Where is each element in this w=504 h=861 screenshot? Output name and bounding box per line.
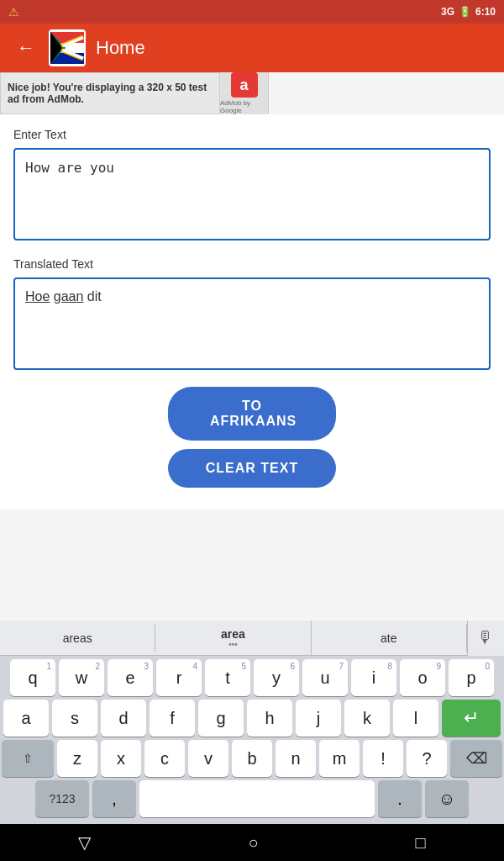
key-z[interactable]: z bbox=[57, 740, 97, 777]
admob-label: AdMob by Google bbox=[220, 99, 268, 114]
key-p[interactable]: 0p bbox=[449, 659, 494, 696]
key-row-2: a s d f g h j k l ↵ bbox=[2, 700, 502, 737]
key-n[interactable]: n bbox=[276, 740, 316, 777]
app-title: Home bbox=[96, 37, 145, 59]
key-d[interactable]: d bbox=[101, 700, 146, 737]
key-k[interactable]: k bbox=[344, 700, 390, 737]
signal-indicator: 3G bbox=[441, 6, 454, 18]
input-section-label: Enter Text bbox=[13, 128, 491, 141]
battery-icon: 🔋 bbox=[459, 6, 471, 18]
translated-section-label: Translated Text bbox=[13, 257, 491, 271]
main-content: Enter Text How are you Translated Text H… bbox=[0, 114, 504, 510]
ad-text: Nice job! You're displaying a 320 x 50 t… bbox=[8, 82, 213, 105]
keyboard-rows: 1q 2w 3e 4r 5t 6y 7u 8i 9o 0p a s d f g … bbox=[0, 656, 504, 824]
app-bar: ← Home bbox=[0, 24, 504, 72]
nav-bar: ▽ ○ □ bbox=[0, 824, 504, 861]
nav-back-button[interactable]: ▽ bbox=[58, 826, 111, 859]
ad-text-area: Nice job! You're displaying a 320 x 50 t… bbox=[1, 78, 219, 108]
key-question[interactable]: ? bbox=[407, 740, 447, 777]
back-button[interactable]: ← bbox=[13, 34, 39, 62]
key-w[interactable]: 2w bbox=[59, 659, 104, 696]
warning-icon: ⚠ bbox=[8, 5, 19, 18]
key-row-1: 1q 2w 3e 4r 5t 6y 7u 8i 9o 0p bbox=[2, 659, 502, 696]
to-afrikaans-button[interactable]: TO AFRIKAANS bbox=[168, 387, 336, 441]
key-s[interactable]: s bbox=[52, 700, 97, 737]
period-key[interactable]: . bbox=[378, 780, 422, 817]
space-key[interactable] bbox=[139, 780, 375, 817]
emoji-key[interactable]: ☺ bbox=[425, 780, 469, 817]
key-exclaim[interactable]: ! bbox=[363, 740, 403, 777]
key-y[interactable]: 6y bbox=[254, 659, 299, 696]
ad-nice-job-label: Nice job! bbox=[8, 82, 50, 93]
app-logo bbox=[49, 29, 86, 66]
suggestion-areas[interactable]: areas bbox=[0, 625, 155, 652]
suggestion-area[interactable]: area ••• bbox=[155, 621, 311, 656]
mic-icon: 🎙 bbox=[477, 628, 494, 647]
clear-text-button[interactable]: CLEAR TEXT bbox=[168, 449, 336, 488]
text-input[interactable]: How are you bbox=[13, 148, 491, 240]
status-bar: ⚠ 3G 🔋 6:10 bbox=[0, 0, 504, 24]
key-row-bottom: ?123 , . ☺ bbox=[2, 780, 502, 817]
comma-key[interactable]: , bbox=[92, 780, 136, 817]
key-c[interactable]: c bbox=[144, 740, 185, 777]
shift-key[interactable]: ⇧ bbox=[2, 740, 54, 777]
key-row-3: ⇧ z x c v b n m ! ? ⌫ bbox=[2, 740, 502, 777]
keyboard: areas area ••• ate 🎙 1q 2w 3e 4r 5t 6y 7… bbox=[0, 621, 504, 824]
suggestion-ate[interactable]: ate bbox=[312, 625, 467, 652]
key-h[interactable]: h bbox=[247, 700, 292, 737]
num-sym-key[interactable]: ?123 bbox=[35, 780, 89, 817]
flag-icon bbox=[50, 32, 84, 64]
status-warning: ⚠ bbox=[8, 5, 19, 18]
key-r[interactable]: 4r bbox=[156, 659, 202, 696]
key-t[interactable]: 5t bbox=[205, 659, 250, 696]
keyboard-suggestions: areas area ••• ate 🎙 bbox=[0, 621, 504, 656]
mic-button[interactable]: 🎙 bbox=[467, 621, 504, 656]
ad-logo: a AdMob by Google bbox=[219, 72, 268, 114]
nav-recent-button[interactable]: □ bbox=[395, 827, 445, 859]
key-i[interactable]: 8i bbox=[351, 659, 396, 696]
key-b[interactable]: b bbox=[232, 740, 272, 777]
key-x[interactable]: x bbox=[101, 740, 141, 777]
action-buttons: TO AFRIKAANS CLEAR TEXT bbox=[13, 387, 491, 488]
key-j[interactable]: j bbox=[296, 700, 341, 737]
key-a[interactable]: a bbox=[3, 700, 49, 737]
key-u[interactable]: 7u bbox=[302, 659, 348, 696]
return-key[interactable]: ↵ bbox=[442, 700, 501, 737]
key-q[interactable]: 1q bbox=[10, 659, 55, 696]
time-display: 6:10 bbox=[475, 6, 496, 18]
key-g[interactable]: g bbox=[198, 700, 244, 737]
key-l[interactable]: l bbox=[393, 700, 438, 737]
ad-banner: Nice job! You're displaying a 320 x 50 t… bbox=[0, 72, 269, 114]
key-e[interactable]: 3e bbox=[108, 659, 153, 696]
key-o[interactable]: 9o bbox=[400, 659, 445, 696]
translated-word1: Hoe gaan dit bbox=[25, 289, 102, 304]
nav-home-button[interactable]: ○ bbox=[228, 827, 278, 859]
key-m[interactable]: m bbox=[319, 740, 360, 777]
backspace-key[interactable]: ⌫ bbox=[450, 740, 502, 777]
translated-output: Hoe gaan dit bbox=[13, 277, 491, 370]
status-icons: 3G 🔋 6:10 bbox=[441, 6, 496, 18]
admob-icon: a bbox=[231, 72, 258, 98]
key-v[interactable]: v bbox=[188, 740, 228, 777]
key-f[interactable]: f bbox=[150, 700, 195, 737]
